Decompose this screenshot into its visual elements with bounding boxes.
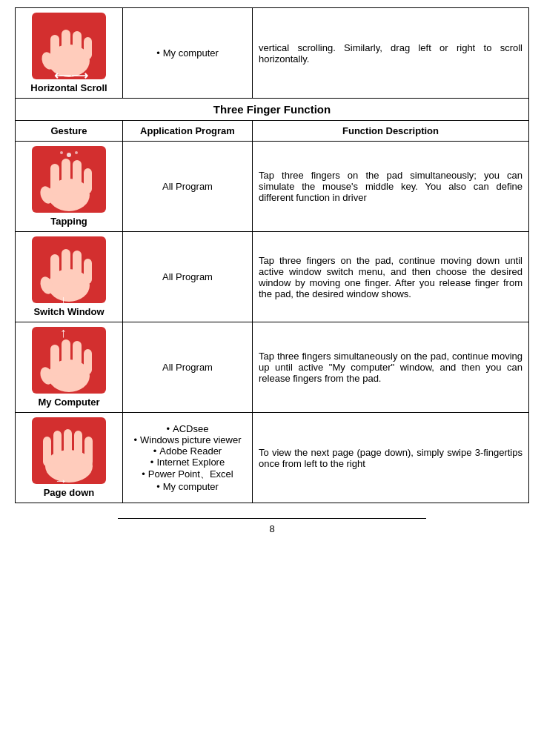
main-table: ⟵⟶ Horizontal Scroll My computer vertica… [15,7,529,503]
svg-rect-23 [84,259,92,284]
svg-rect-11 [62,159,70,194]
my-computer-icon: ↑ [32,327,106,394]
col-header-gesture: Gesture [16,121,123,142]
gesture-cell-tapping: Tapping [16,142,123,232]
app-cell-pagedown: ACDsee Windows picture viewer Adobe Read… [123,413,253,503]
svg-text:⟵⟶: ⟵⟶ [54,69,88,79]
svg-point-17 [60,151,63,154]
app-cell-mycomputer: All Program [123,322,253,413]
svg-rect-37 [53,431,62,465]
table-row-tapping: Tapping All Program Tap three fingers on… [16,142,529,232]
svg-rect-29 [62,339,70,375]
list-item: Adobe Reader [129,445,246,457]
gesture-label-switch: Switch Window [21,306,116,317]
svg-rect-5 [84,37,92,59]
col-header-application: Application Program [123,121,253,142]
svg-rect-13 [84,168,92,193]
list-item: Internet Explore [129,457,246,468]
svg-rect-40 [84,437,93,466]
switch-window-icon: ↓ [32,236,106,303]
section-header-row: Three Finger Function [16,99,529,121]
list-item: My computer [129,47,246,59]
svg-rect-31 [84,349,92,374]
table-row-my-computer: ↑ My Computer All Program Tap three fing… [16,322,529,413]
table-row-page-down: → Page down ACDsee Windows picture viewe… [16,413,529,503]
list-item: My computer [129,481,246,492]
gesture-label-horizontal: Horizontal Scroll [21,82,116,93]
tapping-icon [32,146,106,213]
gesture-cell-switch: ↓ Switch Window [16,232,123,322]
page-number: 8 [269,523,274,534]
footer-divider [118,518,426,519]
svg-rect-38 [64,429,72,465]
svg-rect-3 [62,30,70,59]
svg-rect-22 [73,251,82,285]
table-row-switch-window: ↓ Switch Window All Program Tap three fi… [16,232,529,322]
svg-rect-36 [43,437,51,466]
page-footer: 8 [15,518,529,534]
my-computer-desc-text: Tap three fingers simultaneously on the … [259,351,523,384]
svg-rect-30 [73,341,82,375]
desc-cell-switch: Tap three fingers on the pad, continue m… [253,232,529,322]
svg-rect-12 [73,160,82,194]
app-cell-horizontal: My computer [123,8,253,99]
svg-rect-28 [50,345,59,376]
pagedown-desc-text: To view the next page (page down), simpl… [259,447,523,469]
table-row-horizontal-scroll: ⟵⟶ Horizontal Scroll My computer vertica… [16,8,529,99]
three-finger-header: Three Finger Function [16,99,529,121]
gesture-cell-mycomputer: ↑ My Computer [16,322,123,413]
app-cell-switch: All Program [123,232,253,322]
column-headers-row: Gesture Application Program Function Des… [16,121,529,142]
svg-rect-4 [73,31,82,59]
svg-rect-10 [50,164,59,195]
list-item: Windows picture viewer [129,434,246,445]
gesture-label-mycomputer: My Computer [21,397,116,408]
gesture-cell-pagedown: → Page down [16,413,123,503]
desc-cell-horizontal: vertical scrolling. Similarly, drag left… [253,8,529,99]
svg-point-16 [75,151,78,154]
svg-rect-21 [62,249,70,285]
svg-rect-39 [74,431,82,465]
svg-text:→: → [54,474,67,484]
svg-text:↑: ↑ [60,327,67,340]
desc-cell-tapping: Tap three fingers on the pad simultaneou… [253,142,529,232]
gesture-cell-horizontal: ⟵⟶ Horizontal Scroll [16,8,123,99]
col-header-function: Function Description [253,121,529,142]
list-item: ACDsee [129,423,246,434]
list-item: Power Point、Excel [129,468,246,481]
app-cell-tapping: All Program [123,142,253,232]
svg-point-15 [67,153,71,157]
horizontal-scroll-icon: ⟵⟶ [32,13,106,79]
svg-text:↓: ↓ [60,293,67,303]
desc-cell-mycomputer: Tap three fingers simultaneously on the … [253,322,529,413]
gesture-label-tapping: Tapping [21,216,116,227]
svg-rect-20 [50,254,59,285]
gesture-label-pagedown: Page down [21,487,116,498]
page-down-icon: → [32,417,106,484]
pagedown-app-list: ACDsee Windows picture viewer Adobe Read… [129,423,246,492]
desc-cell-pagedown: To view the next page (page down), simpl… [253,413,529,503]
